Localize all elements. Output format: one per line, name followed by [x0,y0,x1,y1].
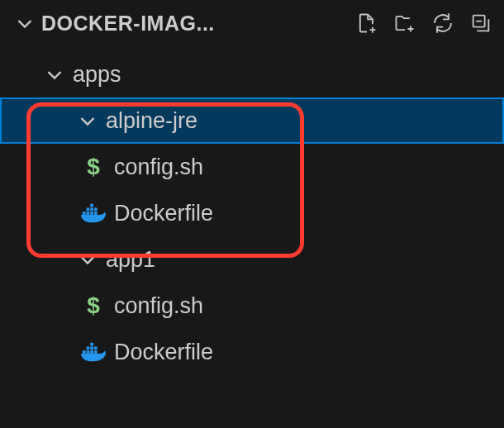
new-file-icon[interactable] [354,10,380,36]
shell-file-icon: $ [81,293,106,318]
svg-rect-2 [87,212,90,215]
folder-label: alpine-jre [106,108,197,134]
project-title: DOCKER-IMAG... [41,12,349,36]
new-folder-icon[interactable] [392,10,418,36]
svg-rect-16 [90,343,93,346]
shell-file-icon: $ [81,155,106,179]
chevron-down-icon[interactable] [15,13,35,33]
chevron-down-icon [78,111,97,131]
chevron-down-icon [45,64,64,84]
file-label: config.sh [114,293,203,319]
folder-alpine-jre[interactable]: alpine-jre [0,97,504,144]
chevron-down-icon [78,250,97,269]
folder-label: apps [73,62,121,88]
docker-file-icon [81,201,106,226]
file-label: Dockerfile [114,340,213,365]
svg-rect-1 [83,212,86,215]
folder-label: app1 [106,247,155,273]
svg-rect-12 [94,350,97,354]
header-actions [349,10,494,36]
svg-rect-4 [94,212,97,215]
docker-file-icon [81,340,106,364]
svg-rect-13 [87,346,90,350]
svg-rect-10 [87,350,90,354]
svg-rect-7 [94,207,97,211]
svg-rect-14 [90,346,93,350]
svg-rect-9 [83,350,86,354]
svg-rect-3 [90,212,93,215]
svg-rect-6 [90,207,93,211]
svg-rect-11 [90,350,93,354]
file-label: config.sh [114,155,203,180]
file-label: Dockerfile [114,201,213,226]
explorer-header: DOCKER-IMAG... [0,0,504,46]
file-dockerfile[interactable]: Dockerfile [0,190,504,236]
svg-rect-8 [90,204,93,207]
file-config-sh[interactable]: $ config.sh [0,144,504,190]
collapse-all-icon[interactable] [468,10,494,36]
svg-rect-15 [94,346,97,350]
folder-app1[interactable]: app1 [0,236,504,283]
svg-rect-5 [87,207,90,211]
file-dockerfile[interactable]: Dockerfile [0,329,504,375]
refresh-icon[interactable] [430,10,456,36]
file-tree: apps alpine-jre $ config.sh Dockerfile a… [0,46,504,375]
file-config-sh[interactable]: $ config.sh [0,283,504,329]
folder-apps[interactable]: apps [0,51,504,97]
